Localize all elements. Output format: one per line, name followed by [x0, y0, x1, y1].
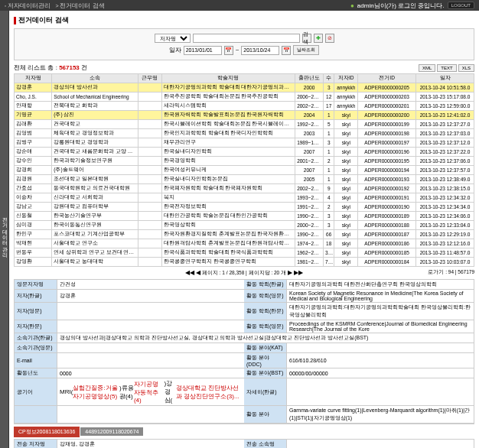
table-row[interactable]: 강수인한국과학기술정보연구원한국경영학회2001~20022skyiADPER0… [15, 157, 474, 166]
detail-value [57, 343, 244, 353]
export-xml-button[interactable]: XML [419, 64, 435, 72]
detail-value: MRI(실험간질증:거울자기공명영상(5))류용광(4)자기공명 자동척추(4)… [57, 378, 244, 406]
table-row[interactable]: 안재항전북대학교 화학과세라믹시스템학회2002~201317annykkhAD… [15, 102, 474, 111]
result-count: 전체 리스트 총 : 567153 건 [14, 63, 87, 72]
table-row[interactable]: Cho, J.S.School of Mechanical Engineerin… [15, 93, 474, 102]
table-row[interactable]: 강경희(주)솔트웨어한국여성커뮤니케20071skyiADPER00000001… [15, 166, 474, 175]
detail-value: 0000 [57, 368, 244, 378]
calendar-to-icon[interactable]: 📅 [282, 46, 291, 55]
col-header[interactable]: 저자명 [15, 74, 52, 83]
add-icon[interactable]: ✚ [314, 34, 323, 43]
table-row[interactable]: 강순애건국대학교 새롭문화학과 교양 석사담임학부한국실내디자인학회20071s… [15, 148, 474, 157]
pager-next[interactable]: ▶ ▶▶ [288, 269, 303, 276]
table-row[interactable]: 심미경한국이동통신연구원한국영상학회2000~20113skyiADPER000… [15, 221, 474, 230]
clear-icon[interactable]: ⊘ [325, 34, 334, 43]
detail-label: 전송 소속명 [244, 440, 287, 448]
detail-label: 저자(영문) [15, 303, 57, 320]
pager-info: 페이지 : 1 / 28,358 | 페이지당 : 20 개 [202, 270, 286, 275]
logout-button[interactable]: LOGOUT [448, 2, 474, 9]
detail-value: Gamma-variate curve fitting(1)|Levenberg… [287, 406, 474, 424]
table-row[interactable]: 강영환서울대학교 농대대학한국콩종연구학회지 한국콩종연구학회1981~2012… [15, 258, 474, 267]
detail-label: 활동 학회(한글) [244, 280, 287, 290]
table-row[interactable]: 김경원조선대학교 일본대학원한국실내디자인학회논문집20051skyiADPER… [15, 175, 474, 184]
pager-goto: 로가기 : 94 | 567179 [428, 269, 474, 276]
tab-cp-other[interactable]: 448912009118020674 [80, 427, 143, 436]
detail-label: 활동 학회(영문) [244, 290, 287, 303]
table-row[interactable]: 박재현서울대학교 연구소대한원격탐사학회 춘계발표논문집 대한원격탐사학회 대한… [15, 239, 474, 248]
detail-value [287, 343, 474, 353]
breadcrumb-2: > 전거데이터 검색 [55, 2, 104, 10]
col-header[interactable]: 소속 [52, 74, 138, 83]
detail-label: 활동 분야(KAT) [244, 343, 287, 353]
tab-cp-active[interactable]: CP정보2008118013636 [14, 427, 80, 437]
detail-value [287, 440, 474, 448]
detail-value: 경상의대 방사선과|경상대학교 의학과 진단방사선교실, 경상대학교 의학과 방… [57, 333, 474, 343]
detail-label: 소속기관(한글) [15, 333, 57, 343]
detail-label: 활동 분야(BST) [244, 368, 287, 378]
detail-value: 대한자기공명의과학회 대한전산화단층연구회 한국영상의학회 [287, 280, 474, 290]
date-from-input[interactable] [184, 46, 222, 55]
user-status-icon: ● [350, 2, 354, 9]
pager-prev[interactable]: ◀◀ ◀ [185, 269, 200, 276]
table-row[interactable]: 이승차신라대학교 서희학과복지1993~20054skyiADPER000000… [15, 193, 474, 203]
detail-label: 활동 학회(영문) [244, 320, 287, 333]
author-detail-panel: 영문저자명간건성활동 학회(한글)대한자기공명의과학회 대한전산화단층연구회 한… [14, 279, 474, 424]
col-header[interactable]: 출판년도 [295, 74, 324, 83]
date-search-button[interactable]: 날짜조회 [293, 45, 319, 55]
export-text-button[interactable]: TEXT [437, 64, 456, 72]
calendar-from-icon[interactable]: 📅 [224, 46, 233, 55]
detail-label: E-mail [15, 353, 57, 368]
col-header[interactable]: 근무명 [138, 74, 162, 83]
detail-value: 616/610.28/610 [287, 353, 474, 368]
detail-label: 활동 분야 [244, 406, 287, 424]
table-row[interactable]: 기명균(주) 삼진한국원자력학회 학술발표회논문집 한국원자력학회20041sk… [15, 111, 474, 120]
title-bar-icon [14, 17, 16, 24]
table-row[interactable]: 김래환건국대학교한국시뮬레이션학회 학술대회논문집 한국시뮬레이션학회1992~… [15, 120, 474, 129]
detail-label: 공기어 [15, 378, 57, 406]
detail-label: 활동년도 [15, 368, 57, 378]
col-header[interactable]: 일자 [416, 74, 474, 83]
breadcrumb-1[interactable]: ◦ 저자데이터관리 [5, 2, 51, 10]
user-status: admin님이(가) 로그인 중입니다. [357, 2, 445, 10]
date-to-input[interactable] [241, 46, 279, 55]
detail-label [15, 406, 57, 424]
table-row[interactable]: 한민구포스코대학교 기계산업공학부한국자원환경지질학회 춘계발표논문집 한국자원… [15, 230, 474, 239]
col-header[interactable]: 저자ID [334, 74, 358, 83]
search-button[interactable]: 검색 [302, 34, 311, 43]
table-row[interactable]: 변동우연세 상위학과 연구교 보건대 연구소한국식품과학학회 학술대회 한국식품… [15, 248, 474, 258]
detail-label: 활동 분야(DDC) [244, 353, 287, 368]
result-table: 저자명소속근무명학술지명출판년도수저자ID전거ID일자 강경훈경상의대 방사선과… [14, 73, 474, 267]
detail-value [57, 406, 244, 424]
table-row[interactable]: 김병구강릉원대학교 경영학과재무관리연구1989~19913skyiADPER0… [15, 138, 474, 148]
detail-value [57, 303, 244, 320]
detail-label: 소속기관(영문) [15, 343, 57, 353]
detail-value: Korean Society of Magnetic Resonance in … [287, 290, 474, 303]
side-tab-authority[interactable]: 전거 데이터 관리 [0, 11, 9, 448]
col-header[interactable]: 전거ID [358, 74, 416, 83]
search-panel: 저자명 검색 ✚ ⊘ 일자 📅 ~ 📅 날짜조회 [14, 28, 474, 60]
col-header[interactable]: 수 [324, 74, 334, 83]
detail-value [57, 353, 244, 368]
table-row[interactable]: 강경훈경상의대 방사선과대한자기공명의과학회 학술대회 대한자기공명의과학회20… [15, 83, 474, 93]
table-row[interactable]: 신동철한국농산기술연구부대한인간공학회 학술논문집 대한인간공학회1990~20… [15, 212, 474, 221]
col-header[interactable]: 학술지명 [161, 74, 295, 83]
detail-value: 강경훈 [57, 290, 244, 303]
detail-label: 저자(한문) [15, 320, 57, 333]
table-row[interactable]: 김영범체육대학교 경영정보학과한국인지과학학회 학술대회 한국디자인학학회200… [15, 129, 474, 138]
detail-label: 자세히(한글) [244, 378, 287, 406]
detail-label: 영문저자명 [15, 280, 57, 290]
search-field-select[interactable]: 저자명 [155, 34, 191, 43]
table-row[interactable]: 강남교강원대학교 컴퓨터학부한국전자정보학회1991~20072skyiADPE… [15, 203, 474, 212]
export-xls-button[interactable]: XLS [458, 64, 474, 72]
detail-label: 저자(한글) [15, 290, 57, 303]
cp-detail-panel: 전송 저자명강재영, 강경훈전송 소속명전문명 학회(한글)대한자기공명의과학회… [14, 439, 474, 448]
detail-value: 대한자기공명의과학회:대한자기공명의과학회학술대회 한국영상물리학회:한국영상물… [287, 303, 474, 320]
detail-value: 강재영, 강경훈 [57, 440, 244, 448]
detail-value: Proceedings of the KSMRM Conference|Jour… [287, 320, 474, 333]
page-title: 전거데이터 검색 [18, 15, 69, 25]
table-row[interactable]: 간효섭동국대학원학교 의료건국대학원한국폐자원학회 학술대회 한국폐자원학회20… [15, 184, 474, 193]
search-keyword-input[interactable] [193, 34, 300, 43]
detail-label: 활동 학회(한문) [244, 303, 287, 320]
date-label: 일자 [169, 46, 181, 54]
detail-value [287, 378, 474, 406]
